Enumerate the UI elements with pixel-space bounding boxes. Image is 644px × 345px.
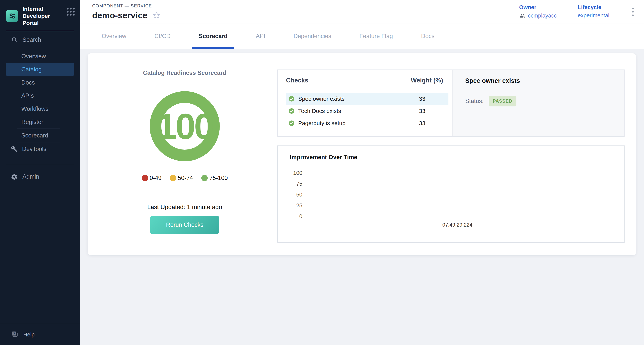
gauge-title: Catalog Readiness Scorecard bbox=[143, 70, 226, 76]
status-label: Status: bbox=[465, 98, 484, 104]
sidebar-item-help[interactable]: ? Help bbox=[0, 324, 80, 345]
tab-api[interactable]: API bbox=[249, 24, 272, 49]
sliders-logo-icon bbox=[8, 12, 16, 20]
checks-header-divider bbox=[286, 90, 448, 90]
sidebar-item-register[interactable]: Register bbox=[0, 116, 80, 128]
breadcrumb: COMPONENT — SERVICE bbox=[92, 4, 161, 8]
gauge-legend: 0-49 50-74 75-100 bbox=[142, 174, 228, 182]
sidebar-nav: Overview Catalog Docs APIs Workflows Reg… bbox=[0, 48, 80, 156]
tab-scorecard[interactable]: Scorecard bbox=[192, 24, 234, 49]
apps-grid-icon[interactable] bbox=[67, 8, 75, 16]
tab-label: Docs bbox=[421, 33, 434, 40]
legend-label: 0-49 bbox=[150, 174, 162, 182]
owner-label: Owner bbox=[519, 4, 557, 10]
check-row-tech-docs[interactable]: Tech Docs exists 33 bbox=[286, 105, 448, 117]
tab-label: CI/CD bbox=[154, 33, 170, 40]
checks-panel: Checks Weight (%) Spec owner exists 33 bbox=[277, 70, 624, 137]
legend-dot-green bbox=[201, 175, 208, 181]
sidebar-item-admin[interactable]: Admin bbox=[0, 170, 80, 183]
chart-y-axis: 100 75 50 25 0 bbox=[290, 168, 302, 222]
owner-value[interactable]: ccmplayacc bbox=[519, 12, 557, 19]
sidebar-item-docs[interactable]: Docs bbox=[0, 76, 80, 89]
legend-dot-amber bbox=[170, 175, 176, 181]
legend-label: 50-74 bbox=[178, 174, 193, 182]
legend-label: 75-100 bbox=[209, 174, 228, 182]
tab-overview[interactable]: Overview bbox=[95, 24, 133, 49]
sidebar-divider bbox=[6, 165, 74, 165]
check-row-spec-owner[interactable]: Spec owner exists 33 bbox=[286, 93, 448, 105]
sidebar-item-scorecard[interactable]: Scorecard bbox=[0, 129, 80, 142]
y-tick: 75 bbox=[290, 178, 302, 189]
check-weight: 33 bbox=[401, 120, 443, 126]
owner-block: Owner ccmplayacc bbox=[519, 4, 557, 19]
sidebar-item-label: Docs bbox=[21, 79, 35, 86]
svg-text:?: ? bbox=[13, 332, 15, 336]
checks-table-header: Checks Weight (%) bbox=[286, 77, 448, 84]
checks-column: Checks Weight (%) Spec owner exists 33 bbox=[277, 70, 624, 243]
sidebar-item-label: Scorecard bbox=[21, 132, 48, 139]
check-name: Spec owner exists bbox=[298, 96, 344, 102]
check-weight: 33 bbox=[401, 96, 443, 102]
sidebar-item-label: Admin bbox=[22, 173, 39, 180]
lifecycle-value-text: experimental bbox=[578, 12, 609, 19]
page-title: demo-service bbox=[92, 10, 148, 20]
help-chat-icon: ? bbox=[11, 330, 19, 338]
y-tick: 100 bbox=[290, 168, 302, 178]
legend-dot-red bbox=[142, 175, 148, 181]
chart-title: Improvement Over Time bbox=[290, 154, 624, 161]
sidebar-item-label: DevTools bbox=[22, 146, 46, 152]
tab-dependencies[interactable]: Dependencies bbox=[286, 24, 338, 49]
tab-docs[interactable]: Docs bbox=[414, 24, 442, 49]
app-title: Internal Developer Portal bbox=[22, 5, 63, 26]
scorecard-content: Catalog Readiness Scorecard 100 0-49 50-… bbox=[80, 49, 644, 345]
legend-item-low: 0-49 bbox=[142, 174, 162, 182]
sidebar-header: Internal Developer Portal bbox=[0, 0, 80, 31]
checks-table: Checks Weight (%) Spec owner exists 33 bbox=[278, 70, 452, 136]
lifecycle-value: experimental bbox=[578, 12, 609, 19]
people-icon bbox=[519, 12, 526, 19]
status-badge: PASSED bbox=[488, 96, 516, 106]
tab-label: Feature Flag bbox=[359, 33, 393, 40]
sidebar-item-label: Catalog bbox=[21, 66, 42, 73]
check-name: Pagerduty is setup bbox=[298, 120, 346, 126]
sidebar-item-label: Register bbox=[21, 118, 43, 126]
scorecard-card: Catalog Readiness Scorecard 100 0-49 50-… bbox=[88, 53, 636, 255]
tab-cicd[interactable]: CI/CD bbox=[148, 24, 177, 49]
legend-item-high: 75-100 bbox=[201, 174, 228, 182]
tab-label: Scorecard bbox=[199, 33, 228, 40]
gear-icon bbox=[11, 173, 18, 180]
check-passed-icon bbox=[288, 120, 295, 126]
sidebar-item-label: APIs bbox=[21, 92, 34, 99]
sidebar: Internal Developer Portal Search Overvie… bbox=[0, 0, 80, 345]
check-name: Tech Docs exists bbox=[298, 108, 341, 114]
weight-column-header: Weight (%) bbox=[401, 77, 443, 84]
sidebar-item-overview[interactable]: Overview bbox=[0, 50, 80, 63]
owner-value-text: ccmplayacc bbox=[528, 12, 557, 19]
rerun-checks-button[interactable]: Rerun Checks bbox=[150, 216, 219, 234]
sidebar-search-label: Search bbox=[22, 36, 41, 43]
sidebar-item-label: Help bbox=[23, 332, 35, 338]
sidebar-item-devtools[interactable]: DevTools bbox=[0, 142, 80, 156]
gauge-column: Catalog Readiness Scorecard 100 0-49 50-… bbox=[99, 70, 270, 243]
sidebar-search[interactable]: Search bbox=[0, 32, 80, 48]
legend-item-mid: 50-74 bbox=[170, 174, 193, 182]
check-detail-panel: Spec owner exists Status: PASSED bbox=[452, 70, 624, 136]
tab-label: Dependencies bbox=[294, 33, 331, 40]
lifecycle-block: Lifecycle experimental bbox=[578, 4, 609, 19]
lifecycle-label: Lifecycle bbox=[578, 4, 609, 10]
y-tick: 50 bbox=[290, 189, 302, 200]
checks-column-header: Checks bbox=[286, 77, 308, 84]
sidebar-item-workflows[interactable]: Workflows bbox=[0, 102, 80, 116]
score-gauge: 100 bbox=[150, 91, 220, 161]
favorite-star-icon[interactable] bbox=[152, 11, 161, 20]
entity-header-right: Owner ccmplayacc Lifecycle experimental bbox=[519, 0, 636, 23]
tab-feature-flag[interactable]: Feature Flag bbox=[352, 24, 400, 49]
check-row-pagerduty[interactable]: Pagerduty is setup 33 bbox=[286, 117, 448, 129]
check-passed-icon bbox=[288, 96, 295, 102]
more-options-icon[interactable] bbox=[630, 6, 636, 17]
sidebar-item-catalog[interactable]: Catalog bbox=[6, 63, 74, 76]
main-area: COMPONENT — SERVICE demo-service Owner bbox=[80, 0, 644, 345]
tab-label: Overview bbox=[102, 33, 126, 40]
sidebar-item-apis[interactable]: APIs bbox=[0, 89, 80, 102]
last-updated-text: Last Updated: 1 minute ago bbox=[147, 204, 222, 210]
